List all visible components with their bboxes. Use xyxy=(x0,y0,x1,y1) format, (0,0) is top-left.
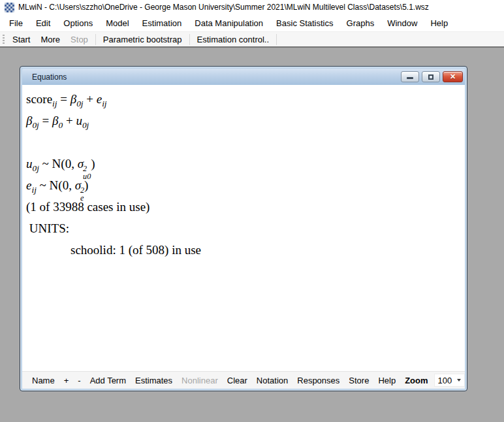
menu-data-manipulation[interactable]: Data Manipulation xyxy=(188,16,270,31)
eq-token: schoolid: 1 (of 508) in use xyxy=(71,243,201,257)
eq-toolbar-button-remove[interactable]: - xyxy=(73,376,85,385)
equations-body: scoreij = β0j + eijβ0j = β0 + u0ju0j ~ N… xyxy=(22,85,465,389)
minimize-button[interactable] xyxy=(401,71,419,82)
eq-token: + xyxy=(63,114,76,127)
eq-token: u xyxy=(26,157,33,170)
toolbar-grip-handle[interactable] xyxy=(3,35,5,44)
equations-toolbar: Name+-Add TermEstimatesNonlinearClearNot… xyxy=(22,371,465,389)
restore-button[interactable] xyxy=(422,71,440,82)
toolbar-button-parametric-bootstrap[interactable]: Parametric bootstrap xyxy=(98,33,187,46)
eq-token: = xyxy=(57,92,70,106)
menubar: FileEditOptionsModelEstimationData Manip… xyxy=(0,14,504,31)
eq-token: ij xyxy=(31,185,36,195)
menu-help[interactable]: Help xyxy=(424,16,454,31)
eq-token: ~ N(0, xyxy=(39,157,78,170)
toolbar-button-start[interactable]: Start xyxy=(7,33,35,46)
eq-toolbar-button-nonlinear: Nonlinear xyxy=(177,376,223,385)
eq-token: (1 of 33988 cases in use) xyxy=(26,200,150,214)
mlwin-app-icon xyxy=(5,3,14,12)
menu-file[interactable]: File xyxy=(3,16,29,31)
eq-token: + xyxy=(84,92,97,106)
main-toolbar: StartMoreStopParametric bootstrapEstimat… xyxy=(0,31,504,46)
eq-token: β xyxy=(52,114,58,127)
restore-icon xyxy=(428,74,433,80)
zoom-combobox[interactable]: 100 xyxy=(434,374,465,387)
equation-spacer xyxy=(26,131,465,153)
menu-model[interactable]: Model xyxy=(99,16,135,31)
menu-options[interactable]: Options xyxy=(57,16,99,31)
equation-line: UNITS: xyxy=(26,218,465,239)
equations-titlebar[interactable]: Equations ✕ xyxy=(22,69,465,85)
eq-token: ) xyxy=(84,178,88,192)
eq-toolbar-button-notation[interactable]: Notation xyxy=(252,376,292,385)
equation-line: eij ~ N(0, σ2e) xyxy=(26,174,465,196)
equations-area[interactable]: scoreij = β0j + eijβ0j = β0 + u0ju0j ~ N… xyxy=(22,85,465,371)
eq-token: 0j xyxy=(76,99,83,108)
mdi-workspace: Equations ✕ scoreij = β0j + eijβ0j = β0 … xyxy=(0,46,504,422)
eq-toolbar-button-zoom[interactable]: Zoom xyxy=(400,376,432,385)
equations-window-title: Equations xyxy=(32,73,398,82)
equation-line: scoreij = β0j + eij xyxy=(26,88,465,110)
eq-token: u xyxy=(76,114,82,127)
toolbar-separator xyxy=(189,34,190,45)
menu-graphs[interactable]: Graphs xyxy=(340,16,381,31)
toolbar-button-estimation-control[interactable]: Estimation control.. xyxy=(192,33,275,46)
equation-line: u0j ~ N(0, σ2u0) xyxy=(26,153,465,174)
eq-toolbar-button-name[interactable]: Name xyxy=(27,376,59,385)
equation-line: β0j = β0 + u0j xyxy=(26,110,465,131)
menu-basic-statistics[interactable]: Basic Statistics xyxy=(270,16,339,31)
app-title: MLwiN - C:\Users\szzho\OneDrive - George… xyxy=(18,3,429,12)
combo-dropdown-arrow-icon xyxy=(457,379,461,381)
toolbar-separator xyxy=(276,34,277,45)
eq-token: = xyxy=(39,114,52,127)
eq-token: β xyxy=(71,92,76,106)
eq-token: 0j xyxy=(32,120,39,130)
eq-token: 0j xyxy=(82,120,89,130)
eq-token: ij xyxy=(102,99,106,108)
eq-token: ~ N(0, xyxy=(37,178,75,192)
eq-toolbar-button-help[interactable]: Help xyxy=(373,376,400,385)
close-button[interactable]: ✕ xyxy=(443,71,463,82)
equation-line: (1 of 33988 cases in use) xyxy=(26,196,465,218)
eq-token: score xyxy=(26,92,52,106)
eq-toolbar-button-responses[interactable]: Responses xyxy=(292,376,344,385)
eq-toolbar-button-add-term[interactable]: Add Term xyxy=(86,376,131,385)
mlwin-application: MLwiN - C:\Users\szzho\OneDrive - George… xyxy=(0,0,504,422)
equations-window: Equations ✕ scoreij = β0j + eijβ0j = β0 … xyxy=(20,66,467,391)
eq-toolbar-button-add[interactable]: + xyxy=(59,376,74,385)
eq-token: 0j xyxy=(33,163,39,173)
app-titlebar[interactable]: MLwiN - C:\Users\szzho\OneDrive - George… xyxy=(0,0,504,14)
eq-token: UNITS: xyxy=(26,221,69,235)
eq-token: ) xyxy=(91,157,95,170)
zoom-value: 100 xyxy=(438,376,452,385)
minimize-icon xyxy=(407,77,413,79)
toolbar-button-stop: Stop xyxy=(65,33,93,46)
menu-estimation[interactable]: Estimation xyxy=(136,16,189,31)
toolbar-button-more[interactable]: More xyxy=(35,33,65,46)
equation-line: schoolid: 1 (of 508) in use xyxy=(26,239,465,261)
eq-token: e xyxy=(97,92,102,106)
menu-window[interactable]: Window xyxy=(381,16,424,31)
toolbar-separator xyxy=(95,34,96,45)
eq-toolbar-button-clear[interactable]: Clear xyxy=(223,376,252,385)
close-icon: ✕ xyxy=(450,73,456,80)
menu-edit[interactable]: Edit xyxy=(29,16,57,31)
eq-toolbar-button-estimates[interactable]: Estimates xyxy=(131,376,177,385)
eq-toolbar-button-store[interactable]: Store xyxy=(344,376,373,385)
